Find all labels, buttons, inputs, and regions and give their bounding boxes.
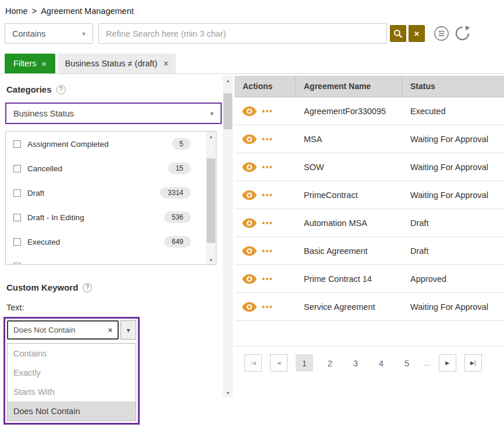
more-actions-button[interactable]: ••• (262, 163, 273, 172)
status-cell: Waiting For Approval (402, 190, 504, 200)
toolbar-icons (434, 26, 470, 41)
first-page-button[interactable]: |◀ (244, 354, 262, 372)
filters-panel-scrollbar[interactable]: ▲ ▼ (223, 76, 233, 397)
more-actions-button[interactable]: ••• (262, 107, 273, 116)
close-icon: × (414, 29, 420, 38)
text-operator-dropdown-button[interactable]: ▾ (120, 320, 136, 340)
status-cell: Approved (402, 274, 504, 284)
more-actions-button[interactable]: ••• (262, 190, 273, 200)
checkbox[interactable] (13, 214, 21, 221)
close-icon[interactable]: × (164, 59, 168, 68)
agreement-name-cell[interactable]: Prime Contract 14 (296, 274, 402, 284)
help-icon[interactable]: ? (56, 85, 66, 94)
view-button[interactable] (242, 218, 257, 228)
header-agreement-name[interactable]: Agreement Name (296, 76, 402, 97)
last-page-button[interactable]: ▶| (464, 354, 482, 372)
category-item[interactable]: Executed 649 (6, 229, 206, 254)
more-actions-button[interactable]: ••• (262, 302, 273, 312)
view-button[interactable] (242, 302, 257, 312)
scroll-down-icon[interactable]: ▼ (223, 388, 233, 397)
view-button[interactable] (242, 274, 257, 284)
clear-search-button[interactable]: × (409, 25, 425, 42)
checkbox[interactable] (13, 189, 21, 197)
row-actions: ••• (235, 190, 296, 200)
checkbox[interactable] (13, 263, 21, 266)
scroll-down-icon[interactable]: ▼ (206, 255, 216, 264)
scrollbar-track[interactable] (223, 85, 233, 388)
next-page-button[interactable]: ▶ (439, 354, 456, 372)
page-button-4[interactable]: 4 (372, 354, 390, 372)
checkbox[interactable] (13, 238, 21, 246)
header-status[interactable]: Status (402, 76, 504, 97)
filters-collapse-tab[interactable]: Filters « (5, 54, 55, 73)
row-actions: ••• (235, 162, 296, 172)
scrollbar-thumb[interactable] (207, 158, 215, 243)
text-field-label: Text: (6, 303, 235, 312)
more-actions-button[interactable]: ••• (262, 246, 273, 256)
breadcrumb-home[interactable]: Home (5, 6, 28, 16)
agreement-name-cell[interactable]: PrimeContract (296, 190, 402, 200)
category-item-partial[interactable] (6, 254, 206, 265)
category-item[interactable]: Draft - In Editing 536 (6, 205, 206, 229)
page-button-5[interactable]: 5 (398, 354, 416, 372)
row-actions: ••• (235, 302, 296, 312)
scrollbar-track[interactable] (206, 141, 216, 255)
text-operator-combobox: Does Not Contain × ▾ (7, 320, 136, 340)
view-button[interactable] (242, 106, 257, 116)
list-view-button[interactable] (434, 26, 449, 41)
row-actions: ••• (235, 246, 296, 256)
category-item[interactable]: Draft 3314 (6, 181, 206, 205)
dropdown-option-starts-with[interactable]: Starts With (8, 382, 136, 401)
agreement-name-cell[interactable]: MSA (296, 135, 402, 144)
breadcrumb-current: Agreement Management (41, 6, 134, 16)
agreement-name-cell[interactable]: Basic Agreement (296, 246, 402, 256)
scroll-up-icon[interactable]: ▲ (206, 132, 216, 141)
view-button[interactable] (242, 246, 257, 256)
close-icon[interactable]: × (108, 326, 112, 334)
categories-title: Categories (6, 84, 52, 94)
search-input[interactable] (98, 23, 387, 44)
agreement-name-cell[interactable]: Automation MSA (296, 218, 402, 228)
page-button-3[interactable]: 3 (347, 354, 364, 372)
table-row: ••• Prime Contract 14 Approved (235, 265, 504, 293)
more-actions-button[interactable]: ••• (262, 274, 273, 284)
page-button-2[interactable]: 2 (321, 354, 339, 372)
view-button[interactable] (242, 134, 257, 144)
help-icon[interactable]: ? (83, 283, 92, 292)
search-operator-dropdown[interactable]: Contains ▾ (5, 23, 93, 44)
row-actions: ••• (235, 274, 296, 284)
text-operator-dropdown-list: Contains Exactly Starts With Does Not Co… (7, 343, 136, 421)
search-button[interactable] (390, 25, 406, 42)
agreement-name-cell[interactable]: SOW (296, 163, 402, 172)
category-list-scrollbar[interactable]: ▲ ▼ (206, 132, 216, 264)
header-actions: Actions (235, 76, 296, 97)
category-label: Cancelled (27, 164, 62, 173)
view-button[interactable] (242, 190, 257, 200)
chevron-down-icon: ▾ (210, 110, 214, 118)
refresh-icon (455, 26, 470, 41)
agreement-name-cell[interactable]: AgreementFor330095 (296, 107, 402, 116)
page-button-1[interactable]: 1 (296, 354, 313, 372)
more-actions-button[interactable]: ••• (262, 135, 273, 144)
agreement-name-cell[interactable]: Service Agreement (296, 302, 402, 312)
category-item[interactable]: Assignment Completed 5 (6, 132, 206, 156)
category-item[interactable]: Cancelled 15 (6, 156, 206, 181)
checkbox[interactable] (13, 165, 21, 172)
eye-icon (242, 218, 257, 228)
dropdown-option-contains[interactable]: Contains (8, 344, 136, 363)
prev-page-button[interactable]: ◀ (270, 354, 288, 372)
dropdown-option-exactly[interactable]: Exactly (8, 363, 136, 382)
category-count: 15 (168, 163, 191, 174)
checkbox[interactable] (13, 140, 21, 148)
refresh-button[interactable] (455, 26, 470, 41)
more-actions-button[interactable]: ••• (262, 218, 273, 228)
category-type-dropdown[interactable]: Business Status ▾ (5, 103, 222, 124)
row-actions: ••• (235, 106, 296, 116)
view-button[interactable] (242, 162, 257, 172)
scrollbar-thumb[interactable] (223, 93, 232, 129)
filter-chip-business-status[interactable]: Business Status ≠ (draft) × (58, 54, 176, 73)
text-operator-value-field[interactable]: Does Not Contain × (7, 320, 119, 340)
scroll-up-icon[interactable]: ▲ (223, 76, 233, 85)
dropdown-option-does-not-contain[interactable]: Does Not Contain (8, 401, 136, 421)
table-row: ••• AgreementFor330095 Executed (235, 97, 504, 125)
